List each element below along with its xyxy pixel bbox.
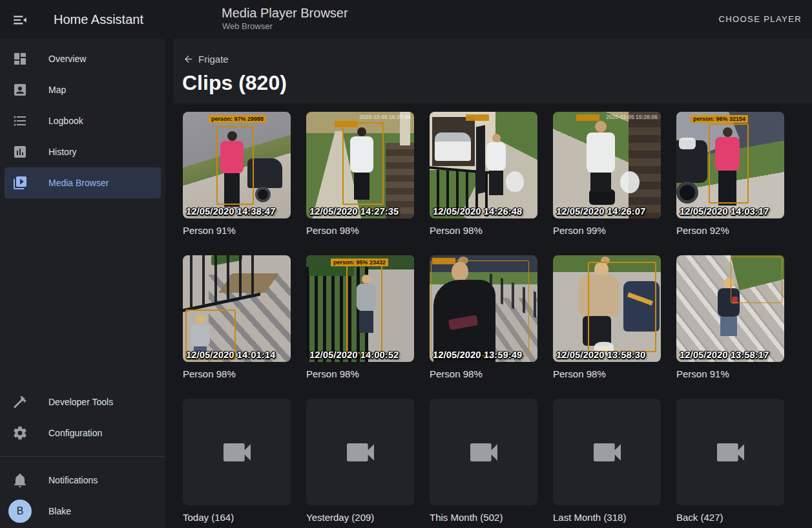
folder-tile-last-month[interactable]: Last Month (318) (553, 399, 661, 524)
video-camera-icon (713, 434, 749, 470)
clip-caption: Person 98% (306, 368, 414, 381)
sidebar-item-profile[interactable]: B Blake (0, 496, 165, 527)
sidebar-item-label: Overview (48, 54, 86, 64)
folder-label: This Month (502) (430, 511, 537, 524)
clip-tile[interactable]: 12/05/2020 13:58:17 Person 91% (676, 255, 784, 381)
clip-thumbnail: person: 95% 23432 12/05/2020 14:00:52 (306, 255, 414, 362)
folder-label: Last Month (318) (553, 511, 661, 524)
gear-icon (12, 425, 28, 441)
clip-timestamp: 12/05/2020 13:59:49 (432, 350, 523, 360)
clip-tile[interactable]: person: 96% 32154 12/05/2020 14:03:17 Pe… (676, 112, 784, 237)
sidebar-spacer (0, 198, 165, 386)
video-camera-icon (342, 434, 379, 470)
stroller-wheel (255, 187, 271, 202)
clip-tile[interactable]: 12/05/2020 13:59:49 Person 98% (430, 255, 537, 381)
folder-label: Yesterday (209) (306, 511, 414, 524)
folder-thumbnail (183, 399, 291, 505)
sidebar-divider (0, 456, 165, 457)
detection-label-small (335, 121, 358, 127)
sidebar-item-logbook[interactable]: Logbook (0, 105, 165, 136)
detection-label: person: 96% 32154 (691, 115, 748, 123)
folder-tile-today[interactable]: Today (164) (183, 399, 291, 524)
page-header: Frigate Clips (820) (173, 39, 812, 103)
back-arrow-icon (183, 54, 194, 65)
clip-timestamp: 12/05/2020 13:58:17 (679, 350, 769, 360)
clip-caption: Person 98% (430, 224, 537, 237)
camera-timestamp: 2020-12-05 16:27:35 (359, 114, 411, 120)
detection-label: person: 97% 29988 (209, 115, 266, 123)
breadcrumb-label: Frigate (198, 54, 229, 65)
detection-label: person: 95% 23432 (331, 259, 388, 266)
clip-timestamp: 12/05/2020 14:00:52 (309, 350, 399, 360)
clip-tile[interactable]: 2020-12-05 15:26:06 12/05/2020 14:26:07 … (553, 112, 661, 237)
avatar: B (8, 500, 32, 523)
clip-thumbnail: 12/05/2020 13:58:17 (676, 255, 784, 362)
clip-thumbnail: person: 97% 29988 12/05/2020 14:38:47 (183, 112, 291, 218)
clip-timestamp: 12/05/2020 14:27:35 (309, 206, 399, 216)
sidebar-item-media-browser[interactable]: Media Browser (5, 167, 161, 198)
sidebar-item-label: History (48, 147, 77, 157)
bulleted-list-icon (12, 113, 28, 129)
camera-timestamp: 2020-12-05 15:26:06 (606, 114, 658, 120)
sidebar-item-notifications[interactable]: Notifications (0, 465, 165, 496)
clip-tile[interactable]: 12/05/2020 14:01:14 Person 98% (183, 255, 291, 381)
clip-thumbnail: 12/05/2020 13:58:30 (553, 255, 661, 362)
clip-thumbnail: 12/05/2020 14:01:14 (183, 255, 291, 362)
clip-caption: Person 98% (306, 224, 414, 237)
folder-thumbnail (306, 399, 414, 505)
sidebar-item-label: Configuration (48, 428, 102, 438)
folder-tile-yesterday[interactable]: Yesterday (209) (306, 399, 414, 524)
clip-caption: Person 98% (553, 368, 661, 381)
car-shape (435, 132, 471, 161)
trash-bag-shape (506, 171, 524, 192)
bag-shape (620, 171, 640, 193)
sidebar-item-developer-tools[interactable]: Developer Tools (0, 386, 165, 417)
sidebar-item-history[interactable]: History (0, 136, 165, 167)
hammer-icon (12, 394, 28, 410)
clip-caption: Person 98% (430, 368, 537, 381)
clip-timestamp: 12/05/2020 14:26:48 (432, 206, 523, 216)
dashboard-icon (12, 51, 28, 67)
video-camera-icon (589, 434, 625, 470)
detection-bbox (588, 262, 656, 352)
sidebar-item-label: Developer Tools (48, 397, 113, 407)
clip-caption: Person 99% (553, 224, 661, 237)
clip-timestamp: 12/05/2020 14:03:17 (679, 206, 769, 216)
folder-tile-this-month[interactable]: This Month (502) (430, 399, 537, 524)
menu-open-icon[interactable] (12, 12, 28, 27)
clip-tile[interactable]: 12/05/2020 14:26:48 Person 98% (430, 112, 537, 237)
account-box-icon (12, 82, 28, 98)
sidebar: Overview Map Logbook History Media Brows… (0, 39, 165, 528)
clip-tile[interactable]: 2020-12-05 16:27:35 12/05/2020 14:27:35 … (306, 112, 414, 237)
clip-thumbnail: 12/05/2020 14:26:48 (430, 112, 537, 218)
sidebar-item-overview[interactable]: Overview (0, 43, 165, 74)
gate-shape (476, 125, 485, 195)
folder-thumbnail (553, 399, 661, 505)
folder-thumbnail (430, 399, 537, 505)
choose-player-button[interactable]: CHOOSE PLAYER (719, 12, 802, 27)
detection-bbox (346, 264, 382, 354)
detection-bbox (731, 257, 782, 303)
clip-caption: Person 92% (676, 224, 784, 237)
bar-chart-box-icon (12, 144, 28, 160)
sidebar-item-label: Media Browser (48, 178, 109, 188)
clip-thumbnail: 12/05/2020 13:59:49 (430, 255, 537, 362)
app-title: Home Assistant (54, 0, 143, 39)
folder-tile-back[interactable]: Back (427) (676, 399, 784, 524)
clip-tile[interactable]: person: 95% 23432 12/05/2020 14:00:52 Pe… (306, 255, 414, 381)
breadcrumb[interactable]: Frigate (183, 54, 229, 65)
sidebar-item-configuration[interactable]: Configuration (0, 417, 165, 449)
detection-bbox (709, 123, 749, 204)
clip-caption: Person 98% (183, 368, 291, 381)
video-camera-icon (219, 434, 255, 470)
clip-tile[interactable]: 12/05/2020 13:58:30 Person 98% (553, 255, 661, 381)
clip-timestamp: 12/05/2020 14:26:07 (556, 206, 646, 216)
sidebar-item-label: Logbook (48, 116, 83, 126)
detection-label-small (432, 258, 455, 264)
panel-title: Media Player Browser (222, 6, 348, 21)
sidebar-item-map[interactable]: Map (0, 74, 165, 105)
video-camera-icon (466, 434, 502, 470)
main-content: Frigate Clips (820) person: 97% 29988 12… (165, 39, 812, 528)
clip-tile[interactable]: person: 97% 29988 12/05/2020 14:38:47 Pe… (183, 112, 291, 237)
blanket-shape (679, 138, 696, 149)
